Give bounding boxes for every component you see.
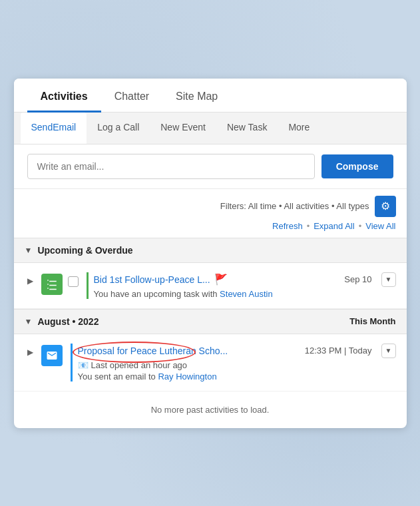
tab-chatter[interactable]: Chatter <box>101 79 162 113</box>
task-checkbox[interactable] <box>68 276 79 287</box>
section-header-upcoming: ▼ Upcoming & Overdue <box>14 238 407 263</box>
activity-item-task: ▶ Bid 1st Follow-up-Peace L... 🚩 Sep 10 … <box>14 263 407 309</box>
refresh-link[interactable]: Refresh <box>272 221 303 231</box>
red-circle-wrapper: Proposal for Peace Lutheran Scho... <box>78 346 228 356</box>
section-header-left-august: ▼ August • 2022 <box>25 316 99 327</box>
chevron-icon-2: ▼ <box>385 347 392 354</box>
this-month-label: This Month <box>349 316 395 326</box>
subtab-new-event[interactable]: New Event <box>150 113 216 144</box>
sep-1: • <box>307 221 310 231</box>
compose-button[interactable]: Compose <box>321 154 393 178</box>
email-sub: You sent an email to Ray Howington <box>78 372 396 381</box>
task-sub: You have an upcoming task with Steven Au… <box>94 289 396 299</box>
subtab-new-task[interactable]: New Task <box>216 113 278 144</box>
filter-bar: Filters: All time • All activities • All… <box>14 189 407 220</box>
task-sub-text: You have an upcoming task with <box>94 289 218 299</box>
gear-button[interactable]: ⚙ <box>375 196 396 217</box>
flag-icon: 🚩 <box>214 273 228 286</box>
expand-arrow-task[interactable]: ▶ <box>25 275 36 287</box>
section-title-upcoming: Upcoming & Overdue <box>37 245 132 256</box>
expand-all-link[interactable]: Expand All <box>314 221 354 231</box>
task-icon <box>41 274 63 295</box>
section-header-left-upcoming: ▼ Upcoming & Overdue <box>25 245 133 256</box>
section-header-august: ▼ August • 2022 This Month <box>14 309 407 334</box>
task-date: Sep 10 <box>344 274 371 284</box>
compose-row: Compose <box>14 144 407 189</box>
email-sub-link[interactable]: Ray Howington <box>158 372 216 381</box>
email-input[interactable] <box>27 154 315 179</box>
chevron-down-icon-2: ▼ <box>25 317 33 326</box>
gear-icon: ⚙ <box>381 200 390 212</box>
activity-item-email: ▶ Proposal for Peace Lutheran Scho... 12… <box>14 334 407 391</box>
email-dropdown[interactable]: ▼ <box>381 344 396 358</box>
sep-2: • <box>359 221 362 231</box>
subtab-sendemail[interactable]: SendEmail <box>21 113 87 144</box>
no-more-text: No more past activities to load. <box>14 391 407 428</box>
tab-activities[interactable]: Activities <box>27 79 101 113</box>
subtab-log-call[interactable]: Log a Call <box>87 113 150 144</box>
email-activity-icon <box>41 345 63 366</box>
email-content: Proposal for Peace Lutheran Scho... 12:3… <box>71 344 396 381</box>
sub-tabs-wrapper: SendEmail Log a Call New Event New Task … <box>14 113 407 144</box>
last-opened-text: Last opened an hour ago <box>91 360 188 370</box>
section-title-august: August • 2022 <box>37 316 99 327</box>
main-card: Activities Chatter Site Map SendEmail Lo… <box>14 79 407 428</box>
action-links: Refresh • Expand All • View All <box>14 220 407 238</box>
chevron-down-icon: ▼ <box>25 246 33 255</box>
chevron-icon: ▼ <box>385 276 392 283</box>
tab-sitemap[interactable]: Site Map <box>162 79 231 113</box>
task-title[interactable]: Bid 1st Follow-up-Peace L... <box>94 274 210 285</box>
task-dropdown[interactable]: ▼ <box>381 272 396 287</box>
email-title[interactable]: Proposal for Peace Lutheran Scho... <box>78 346 228 356</box>
last-opened-icon: 📧 <box>78 360 89 370</box>
last-opened-row: 📧 Last opened an hour ago <box>78 360 396 370</box>
filter-text: Filters: All time • All activities • All… <box>220 201 369 211</box>
task-sub-link-label[interactable]: Steven Austin <box>220 289 273 299</box>
email-title-row: Proposal for Peace Lutheran Scho... 12:3… <box>78 344 396 358</box>
email-sub-text: You sent an email to <box>78 372 156 381</box>
email-date: 12:33 PM | Today <box>305 346 372 356</box>
top-tabs: Activities Chatter Site Map <box>14 79 407 113</box>
task-content: Bid 1st Follow-up-Peace L... 🚩 Sep 10 ▼ … <box>87 272 396 299</box>
view-all-link[interactable]: View All <box>365 221 395 231</box>
expand-arrow-email[interactable]: ▶ <box>25 346 36 358</box>
sub-tabs: SendEmail Log a Call New Event New Task … <box>14 113 407 144</box>
task-title-row: Bid 1st Follow-up-Peace L... 🚩 Sep 10 ▼ <box>94 272 396 287</box>
subtab-more[interactable]: More <box>278 113 320 144</box>
